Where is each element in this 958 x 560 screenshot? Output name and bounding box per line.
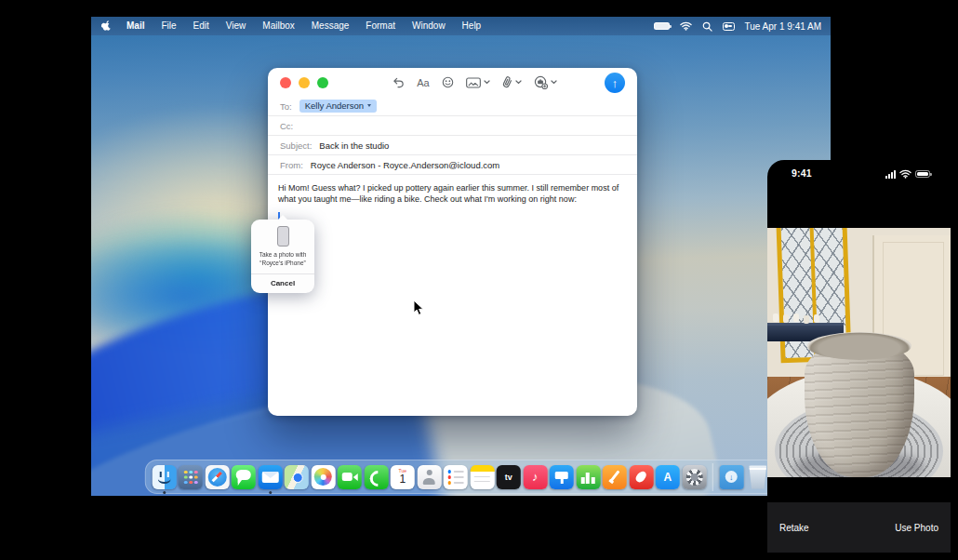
menu-item-format[interactable]: Format: [357, 17, 404, 35]
dock-music-icon[interactable]: ♪: [523, 465, 547, 489]
apple-logo-icon: [101, 20, 112, 33]
dock-finder-icon[interactable]: [152, 465, 176, 489]
dock-system-settings-icon[interactable]: [682, 465, 706, 489]
cancel-button[interactable]: Cancel: [255, 274, 311, 293]
recipient-token[interactable]: Kelly Anderson: [299, 100, 377, 113]
dock-messages-icon[interactable]: [232, 465, 256, 489]
dock-calendar-icon[interactable]: Tue 1: [391, 465, 415, 489]
dock-mail-icon[interactable]: [258, 465, 282, 489]
screenshot-canvas: Mail File Edit View Mailbox Message Form…: [0, 0, 958, 560]
mac-display: Mail File Edit View Mailbox Message Form…: [91, 17, 831, 496]
token-chevron-icon[interactable]: [367, 104, 371, 107]
compose-toolbar: Aa: [378, 68, 572, 97]
close-button[interactable]: [280, 77, 291, 88]
tv-label: tv: [497, 465, 521, 489]
cc-label: Cc:: [280, 121, 293, 131]
dock-divider: [712, 463, 713, 491]
menu-item-view[interactable]: View: [218, 17, 255, 35]
popover-arrow: [277, 215, 288, 220]
iphone-display: 9:41 Retake Use Photo: [767, 160, 951, 560]
menu-item-edit[interactable]: Edit: [185, 17, 218, 35]
subject-field[interactable]: Subject: Back in the studio: [268, 136, 637, 155]
cc-field[interactable]: Cc:: [268, 116, 637, 136]
control-center-icon[interactable]: [723, 22, 735, 31]
popover-body: Take a photo with “Royce’s iPhone” Cance…: [251, 220, 314, 293]
from-field[interactable]: From: Royce Anderson - Royce.Anderson@ic…: [268, 155, 637, 175]
attach-button[interactable]: [502, 76, 522, 88]
menu-clock[interactable]: Tue Apr 1 9:41 AM: [745, 21, 821, 32]
mail-compose-window: Aa ↑: [268, 68, 637, 416]
dock-photos-icon[interactable]: [311, 465, 335, 489]
camera-photo-preview: [767, 228, 951, 477]
battery-icon[interactable]: [654, 22, 670, 30]
search-icon[interactable]: [702, 21, 712, 32]
from-value: Royce Anderson - Royce.Anderson@icloud.c…: [311, 160, 499, 170]
wifi-icon: [899, 169, 911, 179]
clay-pot-rim: [807, 332, 911, 360]
minimize-button[interactable]: [299, 77, 310, 88]
from-label: From:: [280, 160, 303, 170]
send-arrow-icon: ↑: [612, 76, 619, 90]
photo-browser-button[interactable]: [466, 77, 490, 88]
recipient-name: Kelly Anderson: [305, 100, 364, 111]
window-titlebar[interactable]: Aa ↑: [268, 68, 637, 97]
retake-button[interactable]: Retake: [779, 523, 809, 533]
zoom-button[interactable]: [317, 77, 328, 88]
dock-phone-icon[interactable]: [364, 465, 388, 489]
dock-downloads-icon[interactable]: ↓: [719, 465, 743, 489]
apple-menu[interactable]: [100, 20, 113, 33]
continuity-camera-button[interactable]: [534, 75, 557, 89]
format-label: Aa: [417, 77, 429, 88]
format-button[interactable]: Aa: [417, 77, 429, 88]
dock-safari-icon[interactable]: [205, 465, 229, 489]
continuity-camera-popover: Take a photo with “Royce’s iPhone” Cance…: [251, 215, 314, 293]
dock-launchpad-icon[interactable]: [179, 465, 203, 489]
send-button[interactable]: ↑: [605, 73, 625, 93]
paperclip-icon: [500, 74, 514, 89]
menu-item-message[interactable]: Message: [303, 17, 358, 35]
dock-facetime-icon[interactable]: [338, 465, 362, 489]
message-body[interactable]: Hi Mom! Guess what? I picked up pottery …: [268, 176, 637, 416]
dock-tv-icon[interactable]: tv: [497, 465, 521, 489]
dock-pages-icon[interactable]: [603, 465, 627, 489]
undo-icon: [393, 77, 405, 88]
use-photo-button[interactable]: Use Photo: [895, 523, 938, 533]
wifi-icon[interactable]: [680, 21, 692, 31]
mouse-cursor: [413, 300, 424, 316]
music-note-icon: ♪: [523, 465, 547, 489]
dock-app-store-icon[interactable]: A: [656, 465, 680, 489]
to-field[interactable]: To: Kelly Anderson: [268, 97, 637, 116]
menu-item-file[interactable]: File: [153, 17, 184, 35]
popover-line2: “Royce’s iPhone”: [255, 259, 311, 267]
menu-status-area: Tue Apr 1 9:41 AM: [654, 21, 821, 32]
emoji-icon: [442, 76, 454, 88]
dock-numbers-icon[interactable]: [576, 465, 600, 489]
running-indicator: [163, 491, 166, 494]
dock-keynote-icon[interactable]: [550, 465, 574, 489]
dock-maps-icon[interactable]: [285, 465, 309, 489]
small-pottery-pieces: [773, 313, 778, 322]
iphone-status-bar: 9:41: [767, 160, 951, 184]
chevron-down-icon: [551, 80, 557, 85]
continuity-camera-icon: [534, 75, 548, 89]
dock-rocket-icon[interactable]: [629, 465, 653, 489]
menu-item-help[interactable]: Help: [454, 17, 490, 35]
iphone-clock: 9:41: [792, 167, 812, 179]
cellular-signal-icon: [885, 170, 896, 179]
dock-contacts-icon[interactable]: [417, 465, 441, 489]
app-store-letter: A: [656, 465, 680, 489]
undo-button[interactable]: [393, 77, 405, 88]
to-label: To:: [280, 101, 292, 112]
subject-label: Subject:: [280, 140, 312, 151]
menu-item-window[interactable]: Window: [404, 17, 454, 35]
dock-trash-icon[interactable]: [746, 465, 770, 489]
battery-icon: [915, 170, 930, 178]
dock: Tue 1 tv ♪ A ↓: [144, 460, 778, 494]
emoji-button[interactable]: [442, 76, 454, 88]
dock-reminders-icon[interactable]: [444, 465, 468, 489]
dock-notes-icon[interactable]: [470, 465, 494, 489]
menu-item-mailbox[interactable]: Mailbox: [254, 17, 302, 35]
popover-line1: Take a photo with: [255, 250, 311, 259]
menu-item-mail[interactable]: Mail: [118, 17, 153, 35]
clay-pot: [805, 340, 914, 477]
